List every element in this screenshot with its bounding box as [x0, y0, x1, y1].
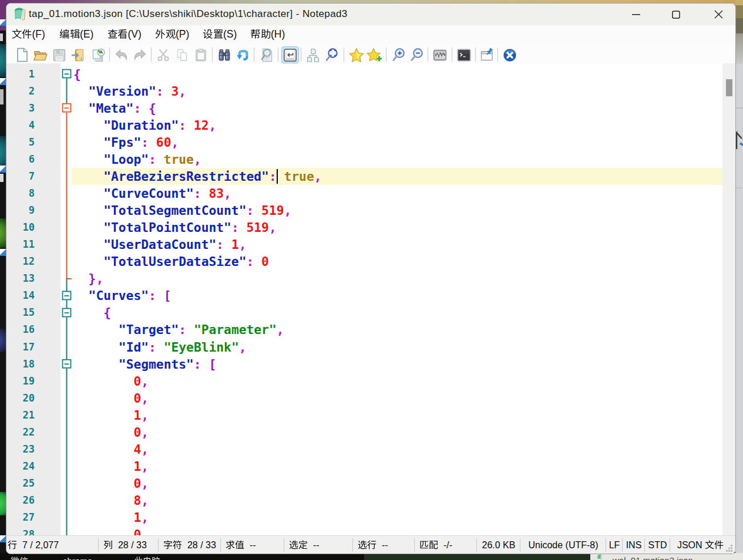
toolbar-redo-button[interactable]: [131, 46, 149, 63]
toolbar-copy-button[interactable]: [173, 46, 191, 63]
notepad3-window: tap_01.motion3.json [C:\Users\shiki\Desk…: [6, 3, 736, 554]
status-line[interactable]: 7 / 2,077: [7, 536, 99, 554]
status-character[interactable]: 28 / 33: [159, 536, 221, 554]
scrollbar-thumb[interactable]: [726, 79, 732, 96]
toolbar-zoom-in-button[interactable]: [390, 46, 408, 63]
toolbar-open-console-button[interactable]: [455, 46, 473, 63]
cjk-glyph: [143, 556, 152, 560]
code-token-property: "Curves": [89, 288, 149, 303]
status-encoding[interactable]: Unicode (UTF-8): [520, 536, 606, 554]
code-token-whitespace: [73, 152, 103, 167]
fold-margin[interactable]: [60, 63, 72, 535]
code-token-whitespace: [73, 442, 133, 457]
always-on-top-icon: [479, 48, 495, 63]
menu-view[interactable]: (V): [107, 28, 142, 41]
toolbar-replace-button[interactable]: [234, 46, 252, 63]
status-case-mode[interactable]: STD: [645, 536, 670, 554]
toolbar-always-on-top-button[interactable]: [478, 46, 496, 63]
code-token-property: "AreBeziersRestricted": [103, 169, 269, 184]
status-file-size[interactable]: 26.0 KB: [477, 536, 520, 554]
toolbar-recent-history-button[interactable]: [89, 46, 107, 63]
toolbar-browse-file-button[interactable]: [69, 46, 87, 63]
code-token-bracket: }: [89, 271, 96, 286]
line-number-7: 7: [6, 168, 35, 185]
titlebar[interactable]: tap_01.motion3.json [C:\Users\shiki\Desk…: [6, 4, 735, 25]
code-token-property: "Target": [119, 322, 179, 337]
fold-markers: [60, 63, 72, 535]
code-line-12: "TotalUserDataSize": 0: [73, 253, 322, 270]
menu-settings[interactable]: (S): [203, 28, 237, 41]
vertical-scrollbar[interactable]: [722, 63, 735, 535]
code-token-operator: :: [216, 237, 224, 252]
desktop-icon-label-chrome[interactable]: chrome: [63, 556, 92, 560]
status-eol-mode[interactable]: LF: [606, 536, 623, 554]
line-number-28: 28: [6, 526, 35, 535]
toolbar-find-button[interactable]: [216, 46, 233, 63]
menu-file[interactable]: (F): [12, 28, 45, 41]
code-token-number: 1: [231, 237, 239, 252]
code-line-3: "Meta": {: [73, 100, 322, 117]
cjk-glyph: [173, 540, 182, 549]
toolbar-word-wrap-button[interactable]: [281, 46, 299, 63]
code-line-9: "TotalSegmentCount": 519,: [73, 202, 322, 219]
status-file-type[interactable]: JSON: [670, 536, 731, 554]
toolbar-new-file-button[interactable]: [14, 46, 31, 63]
toolbar-save-file-button[interactable]: [51, 46, 68, 63]
code-line-14: "Curves": [: [73, 287, 322, 304]
code-token-whitespace: [73, 220, 103, 235]
minimize-icon: [632, 10, 641, 19]
cjk-glyph: [163, 540, 173, 549]
status-file-type-text: JSON: [677, 540, 724, 551]
find-icon: [217, 48, 232, 63]
toolbar-toggle-folds-button[interactable]: [304, 46, 322, 63]
toolbar-paste-button[interactable]: [192, 46, 210, 63]
code-token-number: 12: [194, 118, 209, 133]
status-column[interactable]: 28 / 33: [99, 536, 159, 554]
status-insert-mode[interactable]: INS: [623, 536, 645, 554]
toolbar-find-in-document-button[interactable]: [258, 46, 276, 63]
code-token-whitespace: [73, 408, 133, 423]
status-selected-lines[interactable]: --: [353, 536, 415, 554]
minimize-button[interactable]: [620, 4, 653, 25]
close-button[interactable]: [702, 4, 735, 25]
toolbar-long-line-settings-button[interactable]: [431, 46, 449, 63]
toolbar-open-file-button[interactable]: [32, 46, 49, 63]
menu-appearance[interactable]: (P): [155, 28, 189, 41]
toolbar-exit-button[interactable]: [501, 46, 519, 63]
code-token-whitespace: [73, 135, 103, 150]
cjk-glyph: [235, 540, 244, 549]
code-token-whitespace: [73, 374, 133, 389]
line-number-6: 6: [6, 151, 35, 168]
toolbar-zoom-selection-button[interactable]: [323, 46, 341, 63]
replace-icon: [236, 48, 251, 63]
status-selection-text: --: [284, 540, 320, 551]
cjk-glyph: [155, 29, 166, 39]
desktop-icon-label-motionfile[interactable]: wal_01.motion3.json: [613, 555, 693, 560]
maximize-button[interactable]: [660, 4, 692, 25]
toolbar-cut-button[interactable]: [154, 46, 172, 63]
code-line-18: "Segments": [: [73, 356, 322, 373]
editor[interactable]: 1234567891011121314151617181920212223242…: [6, 63, 735, 535]
menu-help[interactable]: (H): [250, 28, 285, 41]
toolbar-zoom-out-button[interactable]: [408, 46, 426, 63]
menu-edit[interactable]: (E): [59, 28, 93, 41]
code-token-whitespace: [239, 220, 247, 235]
code-token-whitespace: [73, 391, 133, 406]
cjk-glyph: [152, 556, 160, 560]
toolbar-undo-button[interactable]: [113, 46, 130, 63]
desktop-icon-label-wechat[interactable]: [11, 556, 28, 560]
line-number-21: 21: [6, 407, 35, 424]
status-evaluate[interactable]: --: [221, 536, 284, 554]
code-token-whitespace: [73, 101, 89, 116]
desktop-icon-label-thispc[interactable]: [134, 556, 160, 560]
toolbar-add-favorite-button[interactable]: [366, 46, 384, 63]
code-area[interactable]: { "Version": 3, "Meta": { "Duration": 12…: [73, 66, 322, 536]
zoom-in-icon: [391, 48, 406, 63]
toolbar-favorites-button[interactable]: [348, 46, 365, 63]
status-matches[interactable]: -/-: [415, 536, 477, 554]
status-selection[interactable]: --: [284, 536, 353, 554]
code-token-whitespace: [73, 459, 133, 474]
code-token-number: 0: [133, 476, 141, 491]
code-token-whitespace: [224, 237, 231, 252]
statusbar: 7 / 2,077 28 / 33 28 / 33 -- -- -- -/-26…: [6, 535, 735, 554]
